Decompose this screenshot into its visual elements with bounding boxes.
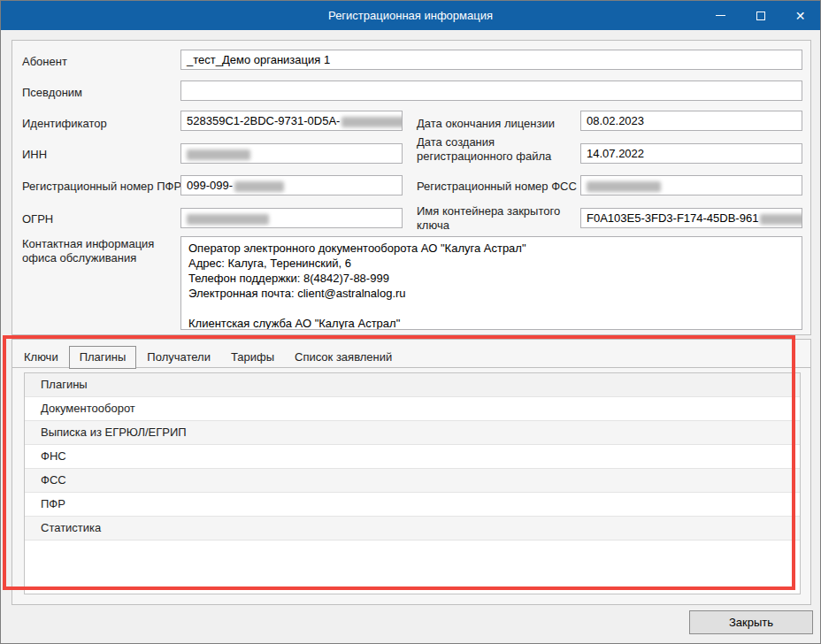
pseudonym-input[interactable] <box>180 80 802 101</box>
table-row[interactable]: ФСС <box>25 469 800 493</box>
window-title: Регистрационная информация <box>1 1 820 30</box>
tab-applications-list[interactable]: Список заявлений <box>285 347 402 368</box>
minimize-icon <box>716 15 725 16</box>
table-row[interactable]: Документооборот <box>25 397 800 421</box>
reg-file-date-value: 14.07.2022 <box>587 147 644 160</box>
table-row[interactable]: Статистика <box>25 517 800 540</box>
abonent-value: _тест_Демо организация 1 <box>187 53 330 66</box>
close-dialog-button[interactable]: Закрыть <box>689 610 813 634</box>
license-end-input[interactable]: 08.02.2023 <box>580 111 802 131</box>
ogrn-label: ОГРН <box>22 212 53 226</box>
abonent-label: Абонент <box>22 55 67 69</box>
dialog-window: Регистрационная информация ✕ Абонент _те… <box>0 0 821 644</box>
ogrn-input[interactable] <box>180 208 403 228</box>
redacted-value <box>341 117 403 127</box>
redacted-value <box>587 181 661 192</box>
plugins-table-body: Документооборот Выписка из ЕГРЮЛ/ЕГРИП Ф… <box>25 397 800 540</box>
redacted-value <box>760 214 802 225</box>
titlebar-controls: ✕ <box>701 1 820 30</box>
titlebar: Регистрационная информация ✕ <box>1 1 820 30</box>
maximize-icon <box>756 12 765 20</box>
pfr-value: 099-099- <box>187 179 233 192</box>
tab-tariffs[interactable]: Тарифы <box>221 347 284 368</box>
license-end-value: 08.02.2023 <box>587 114 644 127</box>
pseudonym-label: Псевдоним <box>22 86 82 100</box>
plugins-table-header[interactable]: Плагины <box>25 373 800 397</box>
contact-label: Контактная информация офиса обслуживания <box>22 237 186 265</box>
inn-input[interactable] <box>180 143 403 164</box>
table-row[interactable]: ФНС <box>25 445 800 469</box>
license-end-label: Дата окончания лицензии <box>417 117 580 131</box>
tab-plugins[interactable]: Плагины <box>69 346 137 369</box>
container-name-input[interactable]: F0A103E5-3FD3-F174-45DB-961 <box>580 208 802 228</box>
identifier-value: 528359C1-2BDC-9731-0D5A- <box>187 114 340 127</box>
reg-file-date-input[interactable]: 14.07.2022 <box>580 143 802 164</box>
pfr-label: Регистрационный номер ПФР <box>22 180 181 194</box>
container-name-label: Имя контейнера закрытого ключа <box>417 204 580 233</box>
tab-recipients[interactable]: Получатели <box>137 347 220 368</box>
pfr-input[interactable]: 099-099- <box>180 175 403 196</box>
container-name-value: F0A103E5-3FD3-F174-45DB-961 <box>587 211 758 225</box>
identifier-input[interactable]: 528359C1-2BDC-9731-0D5A- <box>180 111 403 131</box>
plugins-table: Плагины Документооборот Выписка из ЕГРЮЛ… <box>24 372 801 594</box>
fss-label: Регистрационный номер ФСС <box>417 180 585 194</box>
tabs-panel: Ключи Плагины Получатели Тарифы Список з… <box>12 339 811 605</box>
close-button[interactable]: ✕ <box>780 1 820 30</box>
redacted-value <box>187 214 269 225</box>
identifier-label: Идентификатор <box>22 117 107 131</box>
reg-file-date-label: Дата создания регистрационного файла <box>417 135 576 164</box>
abonent-input[interactable]: _тест_Демо организация 1 <box>180 50 802 70</box>
tab-keys[interactable]: Ключи <box>14 347 68 368</box>
inn-label: ИНН <box>22 148 47 162</box>
table-row[interactable]: ПФР <box>25 493 800 517</box>
table-row[interactable]: Выписка из ЕГРЮЛ/ЕГРИП <box>25 421 800 445</box>
close-icon: ✕ <box>795 10 806 22</box>
contact-textarea[interactable]: Оператор электронного документооборота А… <box>180 236 802 330</box>
maximize-button[interactable] <box>740 1 780 30</box>
fss-input[interactable] <box>580 175 802 196</box>
redacted-value <box>234 181 284 192</box>
minimize-button[interactable] <box>701 1 740 30</box>
tab-strip: Ключи Плагины Получатели Тарифы Список з… <box>14 346 403 368</box>
redacted-value <box>187 150 250 160</box>
